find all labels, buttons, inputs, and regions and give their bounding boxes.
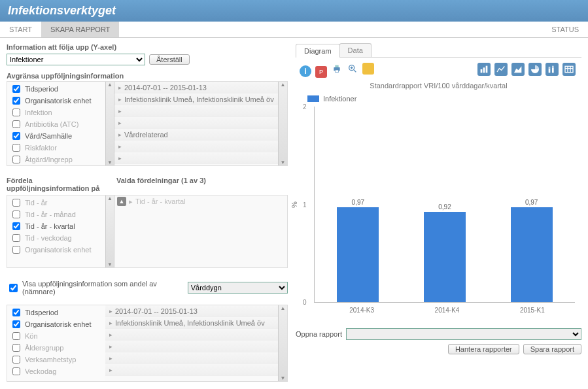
avgransa-label: Organisatorisk enhet: [25, 97, 92, 105]
avgransa-row-4: Vård/Samhälle: [10, 130, 103, 142]
toolbar-left: i P: [300, 63, 376, 78]
avgransa-label: Vård/Samhälle: [25, 132, 72, 140]
filter2-label: Organisatorisk enhet: [25, 320, 92, 328]
fordela-check-2[interactable]: [12, 222, 20, 230]
expand-icon: ▸: [118, 155, 122, 161]
avgransa-row-2: Infektion: [10, 107, 103, 118]
x-tick: 2014-K4: [435, 307, 460, 314]
svg-rect-11: [549, 67, 551, 69]
bar-value-label: 0,97: [525, 199, 538, 206]
y-tick: 0: [303, 299, 307, 306]
svg-rect-9: [485, 66, 487, 73]
fordela-row-1: Tid - år - månad: [10, 209, 103, 220]
powerpoint-icon[interactable]: P: [315, 66, 327, 78]
expand-icon: ▸: [109, 367, 112, 373]
expand-icon: ▸: [109, 355, 112, 362]
expand-icon: ▸: [118, 143, 122, 150]
spara-rapport-button[interactable]: Spara rapport: [523, 344, 581, 354]
tab-skapa-rapport[interactable]: SKAPA RAPPORT: [41, 22, 119, 37]
filter2-row-5: Veckodag: [10, 365, 103, 377]
subtab-diagram[interactable]: Diagram: [296, 44, 340, 58]
fordela-scroll[interactable]: ▲▼: [105, 195, 114, 267]
fordela-row-4: Organisatorisk enhet: [10, 244, 103, 256]
fordela-label: Tid - år - kvartal: [25, 222, 75, 230]
reset-button[interactable]: Återställ: [149, 54, 190, 65]
fordela-check-1[interactable]: [12, 211, 20, 218]
avgransa-check-1[interactable]: [12, 97, 20, 105]
fordela-label: Organisatorisk enhet: [25, 246, 92, 254]
filter2-check-1[interactable]: [12, 320, 20, 328]
filter2-value-2[interactable]: ▸: [105, 329, 278, 341]
filter2-value-3[interactable]: ▸: [105, 341, 278, 352]
filter2-label: Kön: [25, 332, 38, 340]
svg-rect-8: [483, 67, 485, 73]
filter2-row-0: Tidsperiod: [10, 307, 103, 318]
fordela-check-4[interactable]: [12, 246, 20, 254]
avgransa-value-1[interactable]: ▸Infektionsklinik Umeå, Infektionsklinik…: [114, 93, 278, 105]
avgransa-row-6: Åtgärd/Ingrepp: [10, 154, 103, 165]
andel-checkbox[interactable]: [9, 284, 18, 292]
filter2-value-4[interactable]: ▸: [105, 352, 278, 364]
fordela-label: Tid - år - månad: [25, 211, 76, 218]
avgransa-check-3[interactable]: [12, 120, 20, 128]
chart-line-icon[interactable]: [494, 63, 508, 76]
avgransa-check-4[interactable]: [12, 132, 20, 140]
filter2-label: Åldersgrupp: [25, 344, 63, 352]
chart-stacked-icon[interactable]: [545, 63, 559, 76]
filter2-value-5[interactable]: ▸: [105, 364, 278, 376]
avgransa-check-0[interactable]: [12, 85, 20, 93]
hantera-rapporter-button[interactable]: Hantera rapporter: [448, 344, 519, 354]
subtab-data[interactable]: Data: [339, 43, 372, 57]
filter2-value-0[interactable]: ▸2014-07-01 -- 2015-01-13: [105, 305, 278, 317]
avgransa-value-6[interactable]: ▸: [114, 152, 278, 164]
fordela-check-0[interactable]: [12, 199, 20, 207]
avgransa-row-1: Organisatorisk enhet: [10, 95, 103, 107]
avgransa-value-2[interactable]: ▸: [114, 105, 278, 117]
tab-start[interactable]: START: [0, 22, 41, 37]
filter2-check-5[interactable]: [12, 367, 20, 375]
right-subtabs: Diagram Data: [296, 43, 581, 58]
expand-icon: ▸: [109, 343, 112, 350]
filter2-scroll[interactable]: ▲▼: [278, 305, 287, 381]
fordela-check-3[interactable]: [12, 234, 20, 242]
namnare-select[interactable]: Vårddygn: [188, 282, 288, 294]
avgransa-scroll-right[interactable]: ▲▼: [278, 82, 287, 165]
avgransa-check-5[interactable]: [12, 144, 20, 152]
filter2-check-2[interactable]: [12, 332, 20, 340]
chart-table-icon[interactable]: [562, 63, 576, 76]
valda-fordelningar-header: Valda fördelningar (1 av 3): [116, 177, 206, 192]
chart-bar-icon[interactable]: [477, 63, 491, 76]
valda-hint: Tid - år - kvartal: [135, 197, 186, 205]
avgransa-label: Infektion: [25, 109, 52, 116]
filter2-row-4: Verksamhetstyp: [10, 354, 103, 365]
folder-icon[interactable]: [362, 63, 374, 75]
avgransa-value-5[interactable]: ▸: [114, 141, 278, 152]
avgransa-value-3[interactable]: ▸: [114, 117, 278, 129]
zoom-icon[interactable]: [347, 63, 358, 75]
chart-area-icon[interactable]: [511, 63, 525, 76]
print-icon[interactable]: [331, 63, 343, 75]
chart-pie-icon[interactable]: [528, 63, 542, 76]
open-report-select[interactable]: [346, 328, 581, 340]
info-icon[interactable]: i: [300, 65, 311, 77]
filter2-row-2: Kön: [10, 330, 103, 342]
toolbar-right: [477, 63, 578, 78]
avgransa-value-0[interactable]: ▸2014-07-01 -- 2015-01-13: [114, 82, 278, 93]
filter2-check-4[interactable]: [12, 356, 20, 364]
expand-icon: ▸: [109, 331, 112, 338]
yaxis-label: Information att följa upp (Y-axel): [7, 43, 288, 51]
fordela-row-3: Tid - veckodag: [10, 232, 103, 244]
yaxis-select[interactable]: Infektioner: [7, 54, 145, 65]
avgransa-scroll-left[interactable]: ▲▼: [105, 82, 114, 165]
avgransa-check-6[interactable]: [12, 156, 20, 163]
collapse-icon[interactable]: ▲: [117, 197, 126, 206]
avgransa-value-4[interactable]: ▸Vårdrelaterad: [114, 129, 278, 141]
svg-line-4: [354, 70, 356, 72]
tab-status[interactable]: STATUS: [542, 22, 588, 37]
avgransa-label: Åtgärd/Ingrepp: [25, 156, 73, 163]
filter2-check-3[interactable]: [12, 344, 20, 352]
filter2-value-1[interactable]: ▸Infektionsklinik Umeå, Infektionsklinik…: [105, 317, 278, 329]
filter2-check-0[interactable]: [12, 309, 20, 316]
bar-rect: [424, 212, 466, 302]
avgransa-check-2[interactable]: [12, 109, 20, 116]
